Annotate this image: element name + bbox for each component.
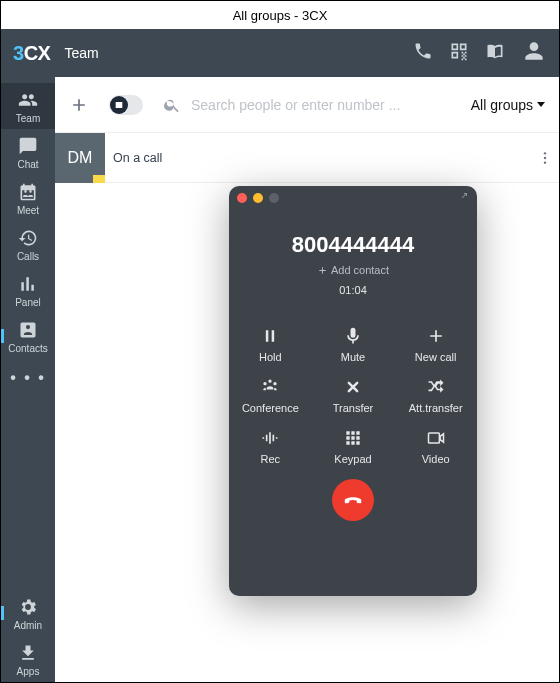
sidebar-item-label: Calls <box>17 251 39 262</box>
row-more-button[interactable] <box>531 133 559 182</box>
record-button[interactable]: Rec <box>229 428 312 465</box>
traffic-light-close[interactable] <box>237 193 247 203</box>
add-button[interactable] <box>59 85 99 125</box>
hold-button[interactable]: Hold <box>229 326 312 363</box>
waveform-icon <box>260 428 280 448</box>
microphone-icon <box>343 326 363 346</box>
call-action-label: New call <box>415 351 457 363</box>
sidebar-item-label: Apps <box>17 666 40 677</box>
call-action-label: Video <box>422 453 450 465</box>
keypad-button[interactable]: Keypad <box>312 428 395 465</box>
call-action-label: Rec <box>261 453 281 465</box>
call-number-display: 8004444444 <box>229 232 477 258</box>
svg-point-2 <box>544 161 546 163</box>
plus-icon <box>426 326 446 346</box>
window-title: All groups - 3CX <box>233 8 328 23</box>
video-button[interactable]: Video <box>394 428 477 465</box>
window-titlebar: All groups - 3CX <box>1 1 559 29</box>
app-header: 3CX Team <box>1 29 559 77</box>
plus-icon <box>69 95 89 115</box>
hangup-button[interactable] <box>332 479 374 521</box>
id-card-icon <box>114 100 124 110</box>
svg-point-0 <box>544 152 546 154</box>
sidebar-item-team[interactable]: Team <box>1 83 55 129</box>
call-action-label: Keypad <box>334 453 371 465</box>
call-duration: 01:04 <box>229 284 477 296</box>
att-transfer-button[interactable]: Att.transfer <box>394 377 477 414</box>
sidebar-item-label: Chat <box>17 159 38 170</box>
traffic-light-zoom[interactable] <box>269 193 279 203</box>
call-popup-titlebar <box>229 186 477 210</box>
svg-point-1 <box>544 156 546 158</box>
status-indicator-busy <box>93 175 105 183</box>
sidebar-item-label: Panel <box>15 297 41 308</box>
chevron-down-icon <box>537 102 545 107</box>
call-popup-window: 8004444444 Add contact 01:04 Hold Mute N… <box>229 186 477 596</box>
avatar: DM <box>55 133 105 183</box>
call-action-label: Mute <box>341 351 365 363</box>
toolbar: All groups <box>55 77 559 133</box>
app-window: All groups - 3CX 3CX Team Team C <box>0 0 560 683</box>
call-action-label: Att.transfer <box>409 402 463 414</box>
bars-icon <box>18 274 38 294</box>
mute-button[interactable]: Mute <box>312 326 395 363</box>
popout-icon[interactable] <box>457 189 469 207</box>
shuffle-icon <box>426 377 446 397</box>
sidebar-item-panel[interactable]: Panel <box>1 267 55 313</box>
sidebar-item-label: Team <box>16 113 40 124</box>
people-icon <box>18 90 38 110</box>
history-icon <box>18 228 38 248</box>
group-selector[interactable]: All groups <box>467 97 549 113</box>
sidebar-more-button[interactable]: • • • <box>1 359 55 391</box>
conference-button[interactable]: Conference <box>229 377 312 414</box>
add-contact-button[interactable]: Add contact <box>229 264 477 276</box>
pause-icon <box>260 326 280 346</box>
sidebar-item-label: Admin <box>14 620 42 631</box>
sidebar-item-apps[interactable]: Apps <box>1 636 55 682</box>
sidebar-item-chat[interactable]: Chat <box>1 129 55 175</box>
video-icon <box>426 428 446 448</box>
search-field <box>163 96 459 114</box>
transfer-arrows-icon <box>343 377 363 397</box>
contact-status-text: On a call <box>105 133 531 182</box>
call-action-label: Hold <box>259 351 282 363</box>
sidebar-item-meet[interactable]: Meet <box>1 175 55 221</box>
chat-icon <box>18 136 38 156</box>
conference-icon <box>260 377 280 397</box>
more-vertical-icon <box>537 150 553 166</box>
phone-icon[interactable] <box>413 41 433 65</box>
group-selector-label: All groups <box>471 97 533 113</box>
calendar-people-icon <box>18 182 38 202</box>
list-item[interactable]: DM On a call <box>55 133 559 183</box>
book-icon[interactable] <box>485 41 505 65</box>
user-avatar-icon[interactable] <box>521 38 547 68</box>
header-section-title: Team <box>64 45 98 61</box>
gear-icon <box>18 597 38 617</box>
call-actions-grid: Hold Mute New call Conference Transfer A… <box>229 326 477 465</box>
dialpad-icon <box>343 428 363 448</box>
download-icon <box>18 643 38 663</box>
search-icon <box>163 96 181 114</box>
new-call-button[interactable]: New call <box>394 326 477 363</box>
logo-3cx: 3CX <box>13 42 50 65</box>
plus-icon <box>317 265 328 276</box>
sidebar-item-label: Meet <box>17 205 39 216</box>
header-icon-row <box>413 38 547 68</box>
call-action-label: Conference <box>242 402 299 414</box>
add-contact-label: Add contact <box>331 264 389 276</box>
call-action-label: Transfer <box>333 402 374 414</box>
transfer-button[interactable]: Transfer <box>312 377 395 414</box>
sidebar-nav: Team Chat Meet Calls Panel <box>1 77 55 682</box>
traffic-light-minimize[interactable] <box>253 193 263 203</box>
sidebar-item-calls[interactable]: Calls <box>1 221 55 267</box>
phone-hangup-icon <box>342 489 364 511</box>
sidebar-item-contacts[interactable]: Contacts <box>1 313 55 359</box>
view-toggle[interactable] <box>109 95 143 115</box>
sidebar-item-admin[interactable]: Admin <box>1 590 55 636</box>
search-input[interactable] <box>191 97 459 113</box>
sidebar-item-label: Contacts <box>8 343 47 354</box>
avatar-initials: DM <box>68 149 93 167</box>
qr-icon[interactable] <box>449 41 469 65</box>
contacts-icon <box>18 320 38 340</box>
